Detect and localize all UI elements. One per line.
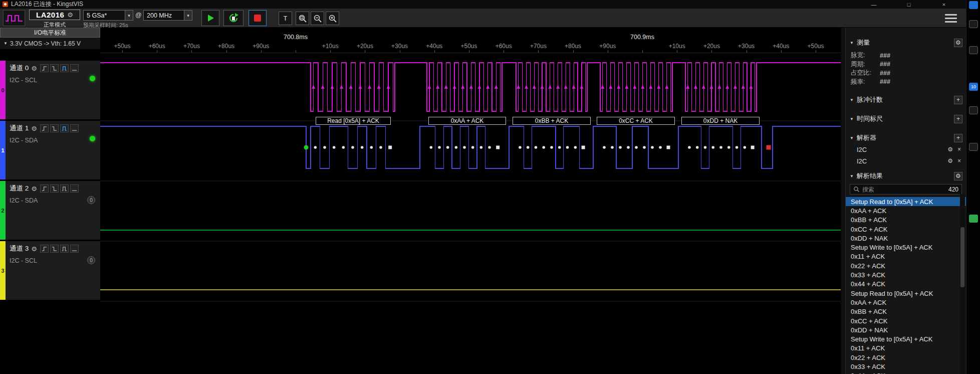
trigger-position-button[interactable]: T [279, 12, 292, 25]
channel-settings-gear-icon[interactable]: ⚙ [31, 245, 37, 253]
trigger-low-icon[interactable] [70, 64, 79, 72]
io-level-standard-button[interactable]: I/O电平标准 [0, 28, 100, 38]
result-item[interactable]: Setup Read to [0x5A] + ACK [846, 289, 966, 298]
trigger-rising-edge-icon[interactable] [40, 124, 49, 132]
menu-hamburger-button[interactable] [945, 13, 957, 24]
trigger-pulse-icon[interactable] [60, 64, 69, 72]
trigger-low-icon[interactable] [70, 184, 79, 193]
result-item[interactable]: 0x11 + ACK [846, 252, 966, 261]
trigger-low-icon[interactable] [70, 245, 79, 253]
external-window-icon[interactable] [969, 20, 978, 28]
trigger-falling-edge-icon[interactable] [50, 245, 59, 253]
result-item[interactable]: 0xAA + ACK [846, 206, 966, 215]
result-item[interactable]: 0xDD + NAK [846, 325, 966, 334]
stop-capture-button[interactable] [249, 10, 267, 26]
trigger-falling-edge-icon[interactable] [50, 184, 59, 193]
external-search-icon[interactable] [969, 46, 978, 54]
trigger-pulse-icon[interactable] [60, 184, 69, 193]
minimize-button[interactable]: — [860, 0, 888, 9]
pulse-count-add-button[interactable]: + [954, 96, 962, 104]
decoder-remove-icon[interactable]: × [957, 146, 961, 153]
decoder-settings-gear-icon[interactable]: ⚙ [947, 146, 953, 153]
results-settings-gear-icon[interactable]: ⚙ [954, 172, 962, 180]
result-item[interactable]: 0x44 + ACK [846, 280, 966, 289]
result-item[interactable]: 0x22 + ACK [846, 261, 966, 270]
channel-row-3[interactable]: 3通道 3⚙I2C - SCL0 [0, 241, 100, 301]
result-item[interactable]: Setup Read to [0x5A] + ACK [846, 197, 966, 206]
external-keyboard-icon[interactable] [969, 143, 978, 151]
time-ruler-add-button[interactable]: + [954, 115, 962, 123]
channel-settings-gear-icon[interactable]: ⚙ [31, 185, 37, 193]
decode-label[interactable]: 0xBB + ACK [513, 117, 591, 125]
device-settings-gear-icon[interactable]: ⚙ [67, 12, 73, 18]
result-item[interactable]: 0xBB + ACK [846, 216, 966, 225]
external-status-icon[interactable] [969, 215, 978, 223]
section-pulse-count[interactable]: ▼ 脉冲计数 + [846, 95, 966, 105]
chevron-down-icon[interactable]: ▾ [125, 11, 133, 20]
decoder-item[interactable]: I2C⚙× [846, 156, 966, 166]
decode-label[interactable]: 0xAA + ACK [428, 117, 506, 125]
channel-row-1[interactable]: 1通道 1⚙I2C - SDA [0, 121, 100, 180]
section-time-ruler[interactable]: ▼ 时间标尺 + [846, 114, 966, 124]
io-level-value[interactable]: ▼ 3.3V CMOS -> Vth: 1.65 V [0, 38, 100, 49]
channel-color-stripe[interactable]: 0 [0, 61, 6, 119]
result-item[interactable]: Setup Write to [0x5A] + ACK [846, 243, 966, 252]
channel-settings-gear-icon[interactable]: ⚙ [31, 125, 37, 132]
result-item[interactable]: 0xCC + ACK [846, 316, 966, 325]
section-measure[interactable]: ▼ 测量 ⚙ [846, 38, 966, 48]
results-search-box[interactable]: 420 [850, 184, 962, 195]
decode-label[interactable]: Read [0x5A] + ACK [316, 117, 391, 125]
measure-settings-gear-icon[interactable]: ⚙ [954, 39, 962, 47]
trigger-falling-edge-icon[interactable] [50, 124, 59, 132]
result-item[interactable]: 0xBB + ACK [846, 307, 966, 316]
loop-capture-button[interactable] [223, 10, 243, 26]
trigger-low-icon[interactable] [70, 124, 79, 132]
device-selector[interactable]: LA2016 ⚙ [29, 10, 80, 20]
result-item[interactable]: 0x22 + ACK [846, 353, 966, 362]
decode-label[interactable]: 0xDD + NAK [681, 117, 760, 125]
channel-row-2[interactable]: 2通道 2⚙I2C - SDA0 [0, 181, 100, 241]
result-item[interactable]: 0x11 + ACK [846, 344, 966, 353]
results-scrollbar-thumb[interactable] [960, 227, 964, 287]
clock-freq-select[interactable]: 200 MHz ▾ [143, 10, 192, 21]
chevron-down-icon[interactable]: ▾ [184, 11, 192, 20]
result-item[interactable]: 0xAA + ACK [846, 298, 966, 307]
channel-color-stripe[interactable]: 2 [0, 181, 6, 240]
zoom-in-button[interactable] [326, 12, 339, 25]
trigger-falling-edge-icon[interactable] [50, 64, 59, 72]
waveform-viewport[interactable] [100, 28, 841, 374]
maximize-button[interactable]: □ [895, 0, 923, 9]
result-item[interactable]: 0xCC + ACK [846, 225, 966, 234]
trigger-pulse-icon[interactable] [60, 124, 69, 132]
channel-color-stripe[interactable]: 1 [0, 121, 6, 179]
zoom-fit-button[interactable] [296, 12, 309, 25]
trigger-pulse-icon[interactable] [60, 245, 69, 253]
trigger-rising-edge-icon[interactable] [40, 64, 49, 72]
result-item[interactable]: Setup Write to [0x5A] + ACK [846, 334, 966, 343]
result-item[interactable]: 0x33 + ACK [846, 270, 966, 279]
decoder-remove-icon[interactable]: × [957, 157, 961, 164]
external-app-icon[interactable] [969, 1, 978, 9]
results-scrollbar[interactable] [960, 194, 965, 374]
search-input[interactable] [862, 186, 946, 193]
external-badge-icon[interactable]: 10 [969, 83, 978, 91]
decoder-item[interactable]: I2C⚙× [846, 144, 966, 154]
start-capture-button[interactable] [201, 10, 219, 26]
result-item[interactable]: 0x44 + ACK [846, 371, 966, 374]
trigger-rising-edge-icon[interactable] [40, 184, 49, 193]
channel-color-stripe[interactable]: 3 [0, 241, 6, 300]
zoom-out-button[interactable] [311, 12, 324, 25]
result-item[interactable]: 0xDD + NAK [846, 234, 966, 243]
trigger-rising-edge-icon[interactable] [40, 245, 49, 253]
section-decoders[interactable]: ▼ 解析器 + [846, 133, 966, 143]
channel-settings-gear-icon[interactable]: ⚙ [31, 65, 37, 72]
decode-label[interactable]: 0xCC + ACK [597, 117, 675, 125]
section-decode-results[interactable]: ▼ 解析结果 ⚙ [846, 171, 966, 181]
close-button[interactable]: × [930, 0, 958, 9]
waveform-vertical-scrollbar[interactable] [841, 28, 845, 374]
result-item[interactable]: 0x33 + ACK [846, 362, 966, 371]
sample-rate-select[interactable]: 5 GSa* ▾ [83, 10, 133, 21]
decoder-settings-gear-icon[interactable]: ⚙ [947, 157, 953, 164]
channel-row-0[interactable]: 0通道 0⚙I2C - SCL [0, 61, 100, 120]
decoder-add-button[interactable]: + [954, 134, 962, 142]
